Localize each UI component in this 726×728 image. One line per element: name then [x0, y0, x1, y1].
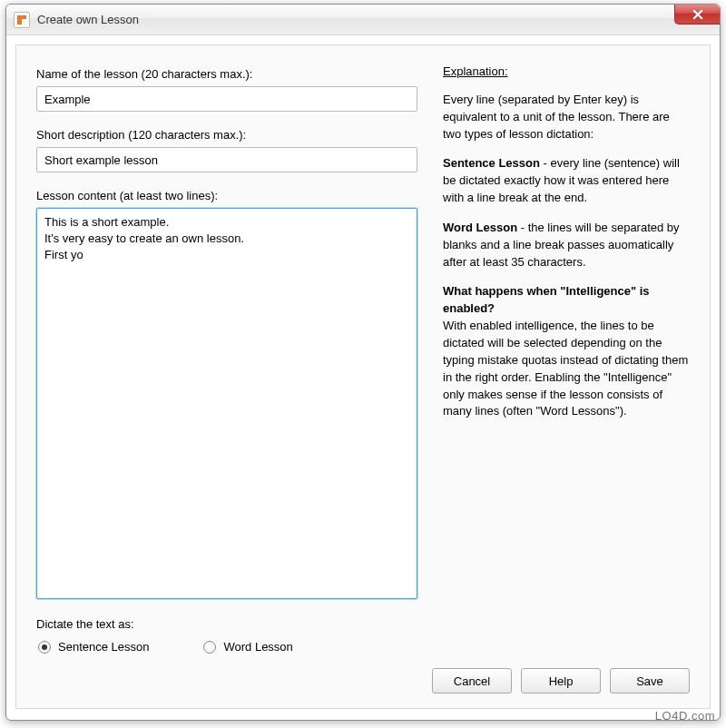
intel-body: With enabled intelligence, the lines to … [443, 319, 688, 418]
dialog-body: Name of the lesson (20 characters max.):… [15, 44, 711, 709]
close-icon [692, 9, 703, 20]
left-column: Name of the lesson (20 characters max.):… [36, 64, 417, 654]
intel-heading: What happens when "Intelligence" is enab… [443, 284, 650, 315]
dictate-radios: Sentence Lesson Word Lesson [36, 640, 417, 654]
word-lesson-bold: Word Lesson [443, 221, 517, 234]
button-row: Cancel Help Save [36, 668, 690, 694]
window-title: Create own Lesson [37, 13, 139, 26]
save-button[interactable]: Save [610, 668, 690, 694]
app-icon [14, 12, 30, 28]
explanation-intro: Every line (separated by Enter key) is e… [443, 92, 690, 143]
lesson-name-input[interactable] [36, 86, 417, 112]
columns: Name of the lesson (20 characters max.):… [36, 64, 690, 654]
dictate-label: Dictate the text as: [36, 617, 417, 631]
radio-sentence-label: Sentence Lesson [58, 640, 149, 654]
lesson-desc-label: Short description (120 characters max.): [36, 128, 417, 142]
lesson-content-textarea[interactable] [36, 208, 417, 599]
radio-word-lesson[interactable]: Word Lesson [203, 640, 292, 654]
dialog-window: Create own Lesson Name of the lesson (20… [5, 4, 721, 721]
sentence-lesson-bold: Sentence Lesson [443, 156, 540, 170]
explanation-word: Word Lesson - the lines will be separate… [443, 220, 690, 271]
explanation-sentence: Sentence Lesson - every line (sentence) … [443, 155, 690, 207]
radio-dot-icon [38, 641, 51, 654]
lesson-name-label: Name of the lesson (20 characters max.): [36, 67, 417, 81]
radio-word-label: Word Lesson [223, 640, 292, 654]
titlebar: Create own Lesson [6, 5, 720, 35]
dictate-section: Dictate the text as: Sentence Lesson Wor… [36, 614, 417, 654]
lesson-desc-input[interactable] [36, 147, 417, 172]
help-button[interactable]: Help [521, 668, 601, 694]
lesson-content-label: Lesson content (at least two lines): [36, 189, 417, 202]
explanation-panel: Explanation: Every line (separated by En… [443, 64, 690, 654]
radio-circle-icon [203, 641, 216, 654]
explanation-heading: Explanation: [443, 64, 690, 81]
close-button[interactable] [674, 5, 720, 25]
explanation-intel: What happens when "Intelligence" is enab… [443, 283, 690, 420]
radio-sentence-lesson[interactable]: Sentence Lesson [38, 640, 149, 654]
cancel-button[interactable]: Cancel [432, 668, 512, 694]
watermark: LO4D.com [655, 709, 715, 723]
